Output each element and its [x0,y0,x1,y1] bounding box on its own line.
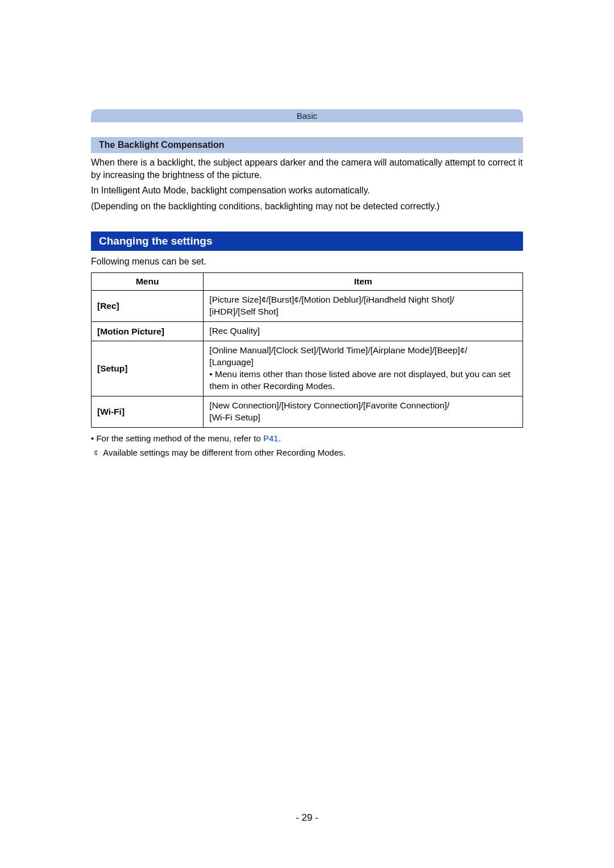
intro-text: Following menus can be set. [91,257,523,267]
menu-cell: [Rec] [92,291,204,322]
table-row: [Motion Picture] [Rec Quality] [92,322,523,341]
table-row: [Wi-Fi] [New Connection]/[History Connec… [92,396,523,427]
asterisk-symbol: ¢ [91,447,101,458]
subsection-title: The Backlight Compensation [99,140,224,150]
body-paragraph-1: When there is a backlight, the subject a… [91,156,523,181]
item-line: [New Connection]/[History Connection]/[F… [209,400,517,412]
chapter-label: Basic [297,111,318,121]
item-line: [Picture Size]¢/[Burst]¢/[Motion Deblur]… [209,294,517,306]
table-header-row: Menu Item [92,273,523,291]
table-row: [Rec] [Picture Size]¢/[Burst]¢/[Motion D… [92,291,523,322]
page-content: Basic The Backlight Compensation When th… [0,0,614,458]
subsection-header: The Backlight Compensation [91,137,523,153]
section-heading: Changing the settings [91,232,523,251]
item-cell: [New Connection]/[History Connection]/[F… [204,396,523,427]
item-cell: [Online Manual]/[Clock Set]/[World Time]… [204,341,523,396]
chapter-tab: Basic [91,109,523,122]
menu-table: Menu Item [Rec] [Picture Size]¢/[Burst]¢… [91,272,523,427]
table-row: [Setup] [Online Manual]/[Clock Set]/[Wor… [92,341,523,396]
body-paragraph-3: (Depending on the backlighting condition… [91,200,523,213]
footnote: • For the setting method of the menu, re… [91,432,523,444]
item-line: [Language] [209,357,517,369]
page-number: - 29 - [0,812,614,824]
footnote-suffix: . [279,433,281,443]
item-line: [Online Manual]/[Clock Set]/[World Time]… [209,345,517,357]
asterisk-note: ¢ Available settings may be different fr… [91,447,523,458]
item-line: [iHDR]/[Self Shot] [209,306,517,318]
menu-cell: [Motion Picture] [92,322,204,341]
menu-cell: [Wi-Fi] [92,396,204,427]
item-line: [Rec Quality] [209,325,517,337]
body-paragraph-2: In Intelligent Auto Mode, backlight comp… [91,184,523,197]
item-line: [Wi-Fi Setup] [209,412,517,424]
item-cell: [Picture Size]¢/[Burst]¢/[Motion Deblur]… [204,291,523,322]
item-line: • Menu items other than those listed abo… [209,369,517,392]
menu-cell: [Setup] [92,341,204,396]
item-cell: [Rec Quality] [204,322,523,341]
section-heading-text: Changing the settings [99,235,213,247]
page-reference-link[interactable]: P41 [263,433,279,443]
col-header-item: Item [204,273,523,291]
asterisk-text: Available settings may be different from… [103,448,345,457]
col-header-menu: Menu [92,273,204,291]
footnote-prefix: • For the setting method of the menu, re… [91,433,263,443]
